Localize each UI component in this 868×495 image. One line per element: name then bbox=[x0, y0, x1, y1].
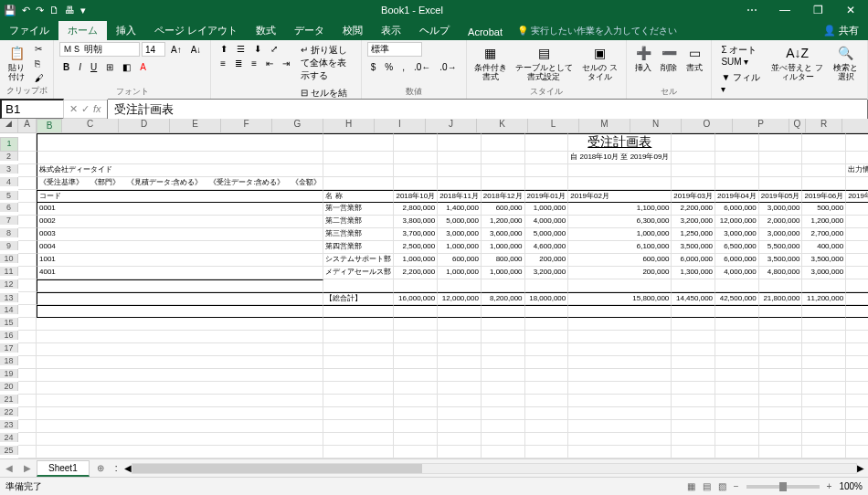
cell[interactable]: 6,000,000 bbox=[846, 216, 868, 228]
add-sheet-button[interactable]: ⊕ bbox=[90, 463, 111, 473]
cell[interactable] bbox=[323, 446, 394, 458]
row-header[interactable]: 16 bbox=[0, 331, 18, 340]
cell[interactable]: 第一営業部 bbox=[323, 203, 394, 216]
cell[interactable] bbox=[438, 382, 482, 395]
row-header[interactable]: 13 bbox=[0, 293, 18, 302]
cell[interactable] bbox=[802, 446, 846, 458]
cell[interactable]: 3,600,000 bbox=[482, 228, 525, 241]
grow-font-button[interactable]: A↑ bbox=[167, 43, 185, 57]
cell[interactable]: 1,000,000 bbox=[525, 203, 569, 216]
cell[interactable] bbox=[672, 382, 715, 395]
cell[interactable]: コード bbox=[37, 190, 323, 203]
cell[interactable]: 株式会社ディータイド bbox=[37, 164, 323, 177]
cell[interactable] bbox=[568, 369, 672, 382]
cell[interactable] bbox=[759, 382, 803, 395]
cell[interactable] bbox=[18, 305, 37, 318]
number-format-select[interactable] bbox=[367, 42, 422, 57]
format-as-table-button[interactable]: ▤テーブルとして 書式設定 bbox=[513, 42, 576, 84]
cell[interactable] bbox=[394, 152, 438, 164]
border-button[interactable]: ⊞ bbox=[102, 60, 117, 74]
cell[interactable] bbox=[18, 203, 37, 216]
cell[interactable] bbox=[846, 331, 868, 343]
cell[interactable]: 1,200,000 bbox=[482, 216, 525, 228]
cell[interactable] bbox=[846, 279, 868, 292]
cell[interactable]: 3,500,000 bbox=[846, 267, 868, 279]
cell[interactable] bbox=[482, 395, 525, 407]
cell[interactable]: 1,200,000 bbox=[802, 216, 846, 228]
cell[interactable] bbox=[802, 407, 846, 420]
tab-home[interactable]: ホーム bbox=[58, 21, 107, 40]
cell[interactable] bbox=[846, 305, 868, 318]
cell[interactable] bbox=[394, 305, 438, 318]
cell[interactable]: 12,000,000 bbox=[438, 292, 482, 305]
zoom-in-button[interactable]: + bbox=[823, 481, 836, 491]
cell[interactable] bbox=[18, 420, 37, 433]
cell[interactable] bbox=[18, 433, 37, 446]
cell[interactable]: 4,600,000 bbox=[525, 241, 569, 254]
comma-button[interactable]: , bbox=[398, 60, 408, 74]
cell[interactable] bbox=[37, 420, 323, 433]
cell[interactable] bbox=[37, 395, 323, 407]
insert-cells-button[interactable]: ➕挿入 bbox=[632, 42, 654, 75]
cell[interactable] bbox=[394, 420, 438, 433]
tab-help[interactable]: ヘルプ bbox=[410, 21, 459, 40]
cell[interactable] bbox=[715, 343, 759, 356]
col-header[interactable]: E bbox=[170, 119, 221, 132]
cell[interactable]: 1001 bbox=[37, 254, 323, 267]
col-header[interactable]: O bbox=[682, 119, 733, 132]
tab-view[interactable]: 表示 bbox=[372, 21, 410, 40]
cell[interactable]: 4,000,000 bbox=[715, 267, 759, 279]
cell[interactable] bbox=[482, 420, 525, 433]
conditional-format-button[interactable]: ▦条件付き 書式 bbox=[472, 42, 509, 84]
cell[interactable] bbox=[715, 279, 759, 292]
cell[interactable] bbox=[438, 356, 482, 369]
autosum-button[interactable]: Σ オート SUM ▾ bbox=[717, 42, 764, 68]
row-header[interactable]: 9 bbox=[0, 241, 18, 250]
cell[interactable] bbox=[759, 369, 803, 382]
cell[interactable] bbox=[715, 395, 759, 407]
cell[interactable] bbox=[672, 177, 715, 190]
cell[interactable]: 8,200,000 bbox=[482, 292, 525, 305]
cell[interactable]: 42,500,000 bbox=[715, 292, 759, 305]
horizontal-scrollbar[interactable]: :◀ ▶ bbox=[111, 463, 868, 474]
row-header[interactable]: 5 bbox=[0, 191, 18, 200]
save-icon[interactable]: 💾 bbox=[4, 5, 16, 16]
undo-icon[interactable]: ↶ bbox=[22, 5, 30, 16]
cell[interactable] bbox=[715, 305, 759, 318]
cell[interactable] bbox=[323, 369, 394, 382]
cell[interactable] bbox=[846, 382, 868, 395]
cell[interactable]: 3,000,000 bbox=[802, 267, 846, 279]
cell[interactable]: 3,000,000 bbox=[759, 228, 803, 241]
cell[interactable]: 3,000,000 bbox=[759, 203, 803, 216]
cell[interactable] bbox=[715, 152, 759, 164]
cell[interactable] bbox=[525, 382, 569, 395]
cell[interactable] bbox=[802, 356, 846, 369]
cell[interactable] bbox=[759, 446, 803, 458]
cell[interactable] bbox=[568, 318, 672, 331]
cell[interactable]: 11,200,000 bbox=[802, 292, 846, 305]
cell[interactable] bbox=[438, 152, 482, 164]
cell[interactable] bbox=[846, 343, 868, 356]
cell[interactable] bbox=[672, 446, 715, 458]
cell[interactable] bbox=[482, 369, 525, 382]
cell[interactable] bbox=[438, 279, 482, 292]
row-header[interactable]: 8 bbox=[0, 228, 18, 237]
col-header[interactable]: R bbox=[806, 119, 842, 132]
cell[interactable]: 3,500,000 bbox=[802, 254, 846, 267]
cell[interactable] bbox=[802, 369, 846, 382]
cell[interactable] bbox=[568, 177, 672, 190]
cell[interactable] bbox=[525, 395, 569, 407]
cell[interactable] bbox=[323, 164, 394, 177]
cell[interactable] bbox=[568, 395, 672, 407]
cell[interactable] bbox=[846, 356, 868, 369]
row-header[interactable]: 12 bbox=[0, 279, 18, 289]
cell[interactable]: 5,000,000 bbox=[525, 228, 569, 241]
cell[interactable] bbox=[323, 305, 394, 318]
cell[interactable] bbox=[482, 433, 525, 446]
row-header[interactable]: 7 bbox=[0, 216, 18, 225]
cell[interactable] bbox=[394, 356, 438, 369]
format-cells-button[interactable]: ▭書式 bbox=[683, 42, 705, 75]
tab-acrobat[interactable]: Acrobat bbox=[459, 24, 512, 40]
cell[interactable] bbox=[525, 279, 569, 292]
cell[interactable] bbox=[525, 164, 569, 177]
